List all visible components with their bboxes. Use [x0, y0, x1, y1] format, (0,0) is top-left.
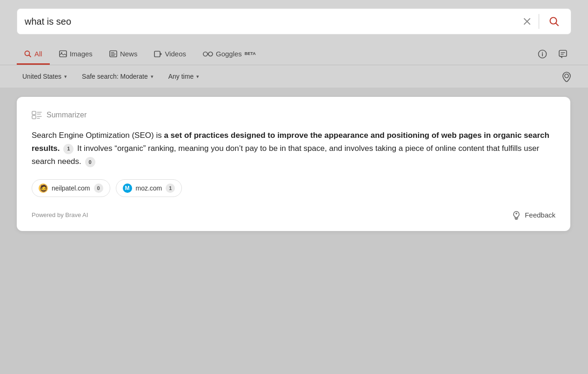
- svg-point-19: [542, 52, 543, 53]
- powered-by-text: Powered by Brave AI: [32, 211, 88, 218]
- tab-news-label: News: [120, 50, 138, 58]
- tabs-right: [534, 46, 571, 62]
- tab-images-label: Images: [70, 50, 93, 58]
- main-content: Summarizer Search Engine Optimization (S…: [0, 88, 588, 240]
- info-button[interactable]: [534, 46, 551, 62]
- country-filter[interactable]: United States ▾: [17, 70, 73, 83]
- svg-point-23: [565, 74, 568, 78]
- body-prefix: Search Engine Optimization (SEO) is: [32, 131, 164, 140]
- search-divider: [539, 14, 539, 29]
- safe-search-filter[interactable]: Safe search: Moderate ▾: [76, 70, 159, 83]
- images-icon: [59, 49, 67, 58]
- country-chevron-icon: ▾: [64, 74, 67, 80]
- svg-point-14: [203, 52, 207, 56]
- tabs-left: All Images News: [17, 43, 534, 65]
- svg-rect-25: [32, 116, 36, 119]
- source-neilpatel[interactable]: 🧔 neilpatel.com 0: [32, 179, 110, 197]
- search-bar-wrapper: what is seo: [0, 0, 588, 43]
- moz-label: moz.com: [136, 184, 162, 192]
- tab-all-label: All: [34, 50, 42, 58]
- goggles-icon: [203, 49, 213, 58]
- news-icon: [109, 49, 117, 58]
- summarizer-header: Summarizer: [32, 110, 555, 120]
- tab-goggles-label: Goggles: [216, 50, 242, 58]
- summarizer-icon: [32, 110, 42, 120]
- search-input[interactable]: what is seo: [25, 16, 521, 27]
- tab-news[interactable]: News: [102, 43, 145, 65]
- safe-search-chevron-icon: ▾: [151, 74, 154, 80]
- feedback-icon-button[interactable]: [555, 46, 571, 62]
- tab-goggles[interactable]: GogglesBETA: [195, 43, 263, 65]
- country-label: United States: [22, 73, 61, 80]
- tab-videos-label: Videos: [165, 50, 186, 58]
- summarizer-title: Summarizer: [47, 111, 87, 119]
- svg-point-15: [208, 52, 213, 56]
- safe-search-label: Safe search: Moderate: [82, 73, 148, 80]
- time-chevron-icon: ▾: [196, 74, 199, 80]
- search-button[interactable]: [545, 14, 563, 29]
- search-bar: what is seo: [17, 8, 571, 34]
- summarizer-card: Summarizer Search Engine Optimization (S…: [17, 97, 570, 231]
- search-icon: [24, 49, 32, 58]
- time-filter[interactable]: Any time ▾: [163, 70, 205, 83]
- source-moz[interactable]: M moz.com 1: [116, 179, 182, 197]
- location-button[interactable]: [562, 71, 571, 82]
- neilpatel-favicon: 🧔: [39, 184, 48, 193]
- tab-images[interactable]: Images: [52, 43, 100, 65]
- svg-line-3: [556, 23, 559, 26]
- time-label: Any time: [168, 73, 194, 80]
- summarizer-body: Search Engine Optimization (SEO) is a se…: [32, 129, 555, 168]
- svg-marker-13: [160, 53, 162, 55]
- feedback-lightbulb-icon: [512, 210, 521, 220]
- videos-icon: [154, 49, 162, 58]
- svg-rect-20: [559, 50, 567, 56]
- filters-wrapper: United States ▾ Safe search: Moderate ▾ …: [0, 65, 588, 88]
- neilpatel-label: neilpatel.com: [52, 184, 90, 192]
- clear-button[interactable]: [521, 15, 533, 27]
- svg-line-5: [29, 55, 31, 57]
- citation-badge-2[interactable]: 0: [85, 157, 95, 167]
- body-middle: It involves “organic” ranking, meaning y…: [32, 144, 539, 166]
- citation-badge-1[interactable]: 1: [63, 144, 74, 154]
- summarizer-footer: Powered by Brave AI Feedback: [32, 208, 555, 220]
- svg-rect-24: [32, 111, 36, 115]
- moz-count: 1: [166, 184, 175, 193]
- feedback-label: Feedback: [525, 211, 555, 219]
- moz-favicon: M: [123, 184, 132, 193]
- tabs-wrapper: All Images News: [0, 43, 588, 65]
- neilpatel-count: 0: [94, 184, 103, 193]
- tab-videos[interactable]: Videos: [147, 43, 194, 65]
- feedback-button[interactable]: Feedback: [512, 210, 555, 220]
- sources-row: 🧔 neilpatel.com 0 M moz.com 1: [32, 179, 555, 197]
- beta-badge: BETA: [245, 51, 256, 56]
- tab-all[interactable]: All: [17, 43, 50, 65]
- svg-rect-12: [154, 51, 160, 57]
